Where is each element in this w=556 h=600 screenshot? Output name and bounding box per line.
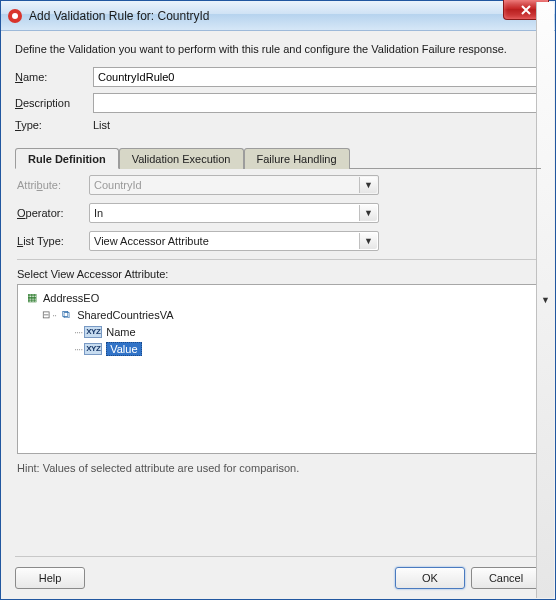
- tree-node-label: Name: [106, 326, 135, 338]
- type-select[interactable]: List ▼: [93, 119, 541, 131]
- type-label: Type:: [15, 119, 93, 131]
- tabstrip: Rule Definition Validation Execution Fai…: [15, 147, 541, 169]
- svg-point-1: [12, 13, 18, 19]
- hint-text: Hint: Values of selected attribute are u…: [17, 462, 539, 474]
- list-type-label: List Type:: [17, 235, 89, 247]
- tree-node-label-selected: Value: [106, 342, 141, 356]
- name-label: Name:: [15, 71, 93, 83]
- list-type-select[interactable]: View Accessor Attribute ▼: [89, 231, 379, 251]
- row-operator: Operator: In ▼: [17, 203, 539, 223]
- tab-failure-handling[interactable]: Failure Handling: [244, 148, 350, 169]
- tab-validation-execution[interactable]: Validation Execution: [119, 148, 244, 169]
- chevron-down-icon: ▼: [359, 233, 377, 249]
- dialog-footer: Help OK Cancel: [15, 556, 541, 589]
- tree-node-label: SharedCountriesVA: [77, 309, 173, 321]
- attribute-select-value: CountryId: [94, 179, 142, 191]
- tree-heading: Select View Accessor Attribute:: [17, 268, 539, 280]
- description-label: Description: [15, 97, 93, 109]
- description-input[interactable]: [93, 93, 541, 113]
- attribute-icon: XYZ: [84, 326, 102, 338]
- chevron-down-icon: ▼: [536, 2, 554, 598]
- tree-node-attr-name[interactable]: ···· XYZ Name: [24, 323, 532, 340]
- close-icon: [521, 5, 531, 15]
- tree-node-va[interactable]: ⊟ ·· ⧉ SharedCountriesVA: [24, 306, 532, 323]
- app-icon: [7, 8, 23, 24]
- titlebar: Add Validation Rule for: CountryId: [1, 1, 555, 31]
- attribute-icon: XYZ: [84, 343, 102, 355]
- operator-select[interactable]: In ▼: [89, 203, 379, 223]
- tree-node-attr-value[interactable]: ···· XYZ Value: [24, 340, 532, 357]
- chevron-down-icon: ▼: [359, 205, 377, 221]
- operator-select-value: In: [94, 207, 103, 219]
- dialog-description: Define the Validation you want to perfor…: [15, 43, 541, 55]
- name-input[interactable]: [93, 67, 541, 87]
- list-type-select-value: View Accessor Attribute: [94, 235, 209, 247]
- dialog-body: Define the Validation you want to perfor…: [1, 31, 555, 599]
- row-description: Description: [15, 93, 541, 113]
- tab-panel-rule-definition: Attribute: CountryId ▼ Operator: In ▼ Li…: [15, 169, 541, 474]
- ok-button[interactable]: OK: [395, 567, 465, 589]
- attribute-label: Attribute:: [17, 179, 89, 191]
- chevron-down-icon: ▼: [359, 177, 377, 193]
- row-name: Name:: [15, 67, 541, 87]
- tree-node-root[interactable]: ▦ AddressEO: [24, 289, 532, 306]
- tree-node-label: AddressEO: [43, 292, 99, 304]
- entity-icon: ▦: [24, 291, 40, 305]
- dialog-window: Add Validation Rule for: CountryId Defin…: [0, 0, 556, 600]
- help-button[interactable]: Help: [15, 567, 85, 589]
- collapse-icon[interactable]: ⊟: [40, 309, 52, 320]
- row-attribute: Attribute: CountryId ▼: [17, 175, 539, 195]
- attribute-select: CountryId ▼: [89, 175, 379, 195]
- cancel-button[interactable]: Cancel: [471, 567, 541, 589]
- view-accessor-icon: ⧉: [58, 308, 74, 322]
- accessor-tree[interactable]: ▦ AddressEO ⊟ ·· ⧉ SharedCountriesVA ···…: [17, 284, 539, 454]
- row-type: Type: List ▼: [15, 119, 541, 131]
- divider: [17, 259, 539, 260]
- type-select-value: List: [93, 119, 110, 131]
- operator-label: Operator:: [17, 207, 89, 219]
- row-list-type: List Type: View Accessor Attribute ▼: [17, 231, 539, 251]
- window-title: Add Validation Rule for: CountryId: [29, 9, 210, 23]
- tab-rule-definition[interactable]: Rule Definition: [15, 148, 119, 169]
